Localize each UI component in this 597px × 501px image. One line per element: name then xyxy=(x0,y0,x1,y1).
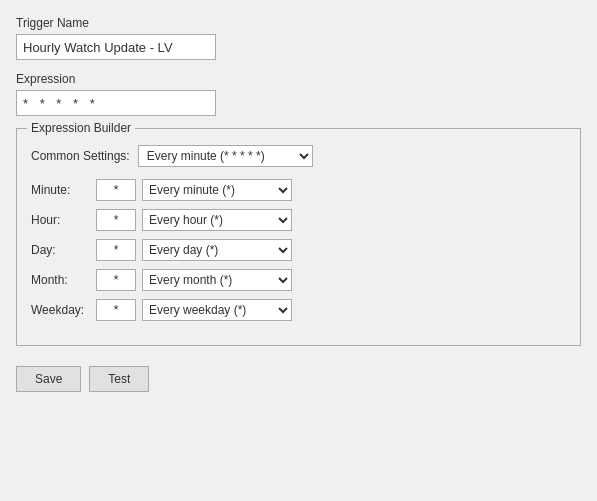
test-button[interactable]: Test xyxy=(89,366,149,392)
weekday-select[interactable]: Every weekday (*) Specific weekday xyxy=(142,299,292,321)
month-row: Month: Every month (*) Specific month Ev… xyxy=(31,269,566,291)
minute-label: Minute: xyxy=(31,183,96,197)
day-label: Day: xyxy=(31,243,96,257)
buttons-row: Save Test xyxy=(16,366,581,392)
day-select[interactable]: Every day (*) Specific day Every N days xyxy=(142,239,292,261)
common-settings-select[interactable]: Every minute (* * * * *) Every hour Ever… xyxy=(138,145,313,167)
common-settings-label: Common Settings: xyxy=(31,149,130,163)
expression-input[interactable] xyxy=(16,90,216,116)
minute-select[interactable]: Every minute (*) Specific minute Every N… xyxy=(142,179,292,201)
common-settings-row: Common Settings: Every minute (* * * * *… xyxy=(31,145,566,167)
form-container: Trigger Name Expression Expression Build… xyxy=(16,16,581,392)
expression-label: Expression xyxy=(16,72,581,86)
hour-label: Hour: xyxy=(31,213,96,227)
hour-value-input[interactable] xyxy=(96,209,136,231)
save-button[interactable]: Save xyxy=(16,366,81,392)
minute-value-input[interactable] xyxy=(96,179,136,201)
weekday-label: Weekday: xyxy=(31,303,96,317)
expression-builder-legend: Expression Builder xyxy=(27,121,135,135)
minute-row: Minute: Every minute (*) Specific minute… xyxy=(31,179,566,201)
month-select[interactable]: Every month (*) Specific month Every N m… xyxy=(142,269,292,291)
trigger-name-input[interactable] xyxy=(16,34,216,60)
weekday-row: Weekday: Every weekday (*) Specific week… xyxy=(31,299,566,321)
hour-row: Hour: Every hour (*) Specific hour Every… xyxy=(31,209,566,231)
trigger-name-label: Trigger Name xyxy=(16,16,581,30)
day-row: Day: Every day (*) Specific day Every N … xyxy=(31,239,566,261)
trigger-name-label-row: Trigger Name xyxy=(16,16,581,60)
expression-section: Expression xyxy=(16,72,581,116)
expression-builder-box: Expression Builder Common Settings: Ever… xyxy=(16,128,581,346)
weekday-value-input[interactable] xyxy=(96,299,136,321)
day-value-input[interactable] xyxy=(96,239,136,261)
hour-select[interactable]: Every hour (*) Specific hour Every N hou… xyxy=(142,209,292,231)
month-value-input[interactable] xyxy=(96,269,136,291)
month-label: Month: xyxy=(31,273,96,287)
